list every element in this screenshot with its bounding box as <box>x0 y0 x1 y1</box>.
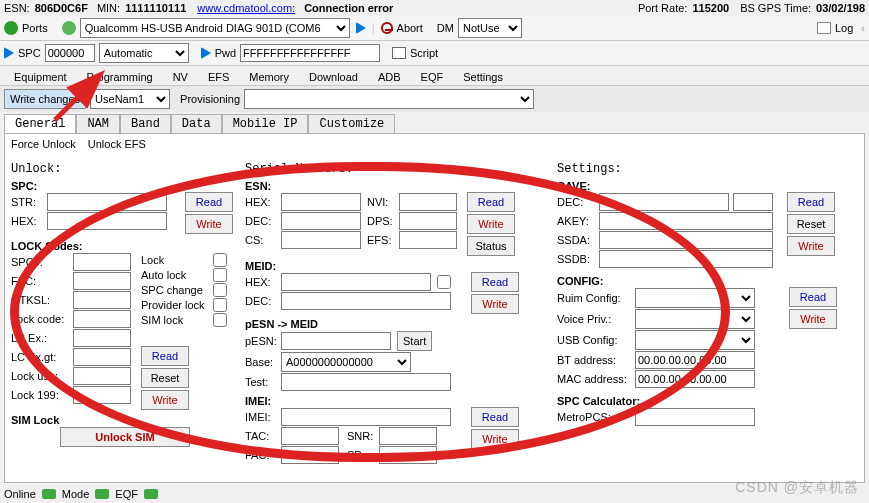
cave-dec-input2[interactable] <box>733 193 773 211</box>
nvi-input[interactable] <box>399 193 457 211</box>
meid-hex-checkbox[interactable] <box>437 275 451 289</box>
voice-select[interactable] <box>635 309 755 329</box>
pesn-input[interactable] <box>281 332 391 350</box>
cave-dec-input[interactable] <box>599 193 729 211</box>
test-input[interactable] <box>281 373 451 391</box>
tab-general[interactable]: General <box>4 114 76 133</box>
esn-dec-input[interactable] <box>281 212 361 230</box>
mac-input[interactable] <box>635 370 755 388</box>
ruim-label: Ruim Config: <box>557 292 633 304</box>
write-changes-button[interactable]: Write changes <box>4 89 86 109</box>
ruim-select[interactable] <box>635 288 755 308</box>
provisioning-select[interactable] <box>244 89 534 109</box>
lock-checkbox[interactable] <box>213 253 227 267</box>
spc-input[interactable] <box>45 44 95 62</box>
esn-hex-input[interactable] <box>281 193 361 211</box>
ssda-input[interactable] <box>599 231 773 249</box>
unlock-efs-link[interactable]: Unlock EFS <box>88 138 146 150</box>
menu-adb[interactable]: ADB <box>368 69 411 85</box>
fsc-input[interactable] <box>73 272 131 290</box>
lock199-input[interactable] <box>73 386 131 404</box>
spcchange-checkbox[interactable] <box>213 283 227 297</box>
lcexgt-input[interactable] <box>73 348 131 366</box>
menu-eqf[interactable]: EQF <box>411 69 454 85</box>
tac-input[interactable] <box>281 427 339 445</box>
voice-label: Voice Priv.: <box>557 313 633 325</box>
min-value: 1111110111 <box>125 2 186 14</box>
metro-input[interactable] <box>635 408 755 426</box>
tab-nam[interactable]: NAM <box>76 114 120 133</box>
meid-write-button[interactable]: Write <box>471 294 519 314</box>
usenam-select[interactable]: UseNam1 <box>90 89 170 109</box>
esn-write-button[interactable]: Write <box>467 214 515 234</box>
spc-play-icon[interactable] <box>4 47 14 59</box>
base-select[interactable]: A0000000000000 <box>281 352 411 372</box>
menu-efs[interactable]: EFS <box>198 69 239 85</box>
cave-write-button[interactable]: Write <box>787 236 835 256</box>
force-unlock-link[interactable]: Force Unlock <box>11 138 76 150</box>
ssda-label: SSDA: <box>557 234 597 246</box>
spc-write-button[interactable]: Write <box>185 214 233 234</box>
efs-input[interactable] <box>399 231 457 249</box>
sp-input[interactable] <box>379 446 437 464</box>
lockcodes-read-button[interactable]: Read <box>141 346 189 366</box>
tab-customize[interactable]: Customize <box>308 114 395 133</box>
log-button[interactable]: Log <box>835 22 853 34</box>
lockusr-input[interactable] <box>73 367 131 385</box>
menu-memory[interactable]: Memory <box>239 69 299 85</box>
dm-select[interactable]: NotUse <box>458 18 522 38</box>
lockcode-input[interactable] <box>73 310 131 328</box>
spc-mode-select[interactable]: Automatic <box>99 43 189 63</box>
port-select[interactable]: Qualcomm HS-USB Android DIAG 901D (COM6 <box>80 18 350 38</box>
menu-equipment[interactable]: Equipment <box>4 69 77 85</box>
imei-input[interactable] <box>281 408 451 426</box>
ssdb-input[interactable] <box>599 250 773 268</box>
hex-input[interactable] <box>47 212 167 230</box>
usb-select[interactable] <box>635 330 755 350</box>
ports-label[interactable]: Ports <box>22 22 48 34</box>
site-link[interactable]: www.cdmatool.com: <box>197 2 295 14</box>
pwd-play-icon[interactable] <box>201 47 211 59</box>
imei-write-button[interactable]: Write <box>471 429 519 449</box>
esn-read-button[interactable]: Read <box>467 192 515 212</box>
cave-reset-button[interactable]: Reset <box>787 214 835 234</box>
menu-programming[interactable]: Programming <box>77 69 163 85</box>
lockcodes-reset-button[interactable]: Reset <box>141 368 189 388</box>
cave-read-button[interactable]: Read <box>787 192 835 212</box>
meid-hex-input[interactable] <box>281 273 431 291</box>
bt-input[interactable] <box>635 351 755 369</box>
akey-input[interactable] <box>599 212 773 230</box>
pwd-input[interactable] <box>240 44 380 62</box>
providerlock-checkbox[interactable] <box>213 298 227 312</box>
abort-button[interactable]: Abort <box>397 22 423 34</box>
script-button[interactable]: Script <box>410 47 438 59</box>
meid-dec-input[interactable] <box>281 292 451 310</box>
config-write-button[interactable]: Write <box>789 309 837 329</box>
tab-band[interactable]: Band <box>120 114 171 133</box>
str-input[interactable] <box>47 193 167 211</box>
tab-mobileip[interactable]: Mobile IP <box>222 114 309 133</box>
menu-download[interactable]: Download <box>299 69 368 85</box>
meid-read-button[interactable]: Read <box>471 272 519 292</box>
menu-nv[interactable]: NV <box>163 69 198 85</box>
unlock-sim-button[interactable]: Unlock SIM <box>60 427 190 447</box>
imei-read-button[interactable]: Read <box>471 407 519 427</box>
spc3-input[interactable] <box>73 253 131 271</box>
tab-data[interactable]: Data <box>171 114 222 133</box>
connect-play-icon[interactable] <box>356 22 366 34</box>
fac-input[interactable] <box>281 446 339 464</box>
lockcodes-write-button[interactable]: Write <box>141 390 189 410</box>
spc-read-button[interactable]: Read <box>185 192 233 212</box>
autolock-checkbox[interactable] <box>213 268 227 282</box>
config-read-button[interactable]: Read <box>789 287 837 307</box>
otksl-input[interactable] <box>73 291 131 309</box>
esn-status-button[interactable]: Status <box>467 236 515 256</box>
lcex-input[interactable] <box>73 329 131 347</box>
menu-settings[interactable]: Settings <box>453 69 513 85</box>
pesn-start-button[interactable]: Start <box>397 331 432 351</box>
snr-input[interactable] <box>379 427 437 445</box>
dps-input[interactable] <box>399 212 457 230</box>
simlock-checkbox[interactable] <box>213 313 227 327</box>
esn-label: ESN: <box>4 2 30 14</box>
cs-input[interactable] <box>281 231 361 249</box>
